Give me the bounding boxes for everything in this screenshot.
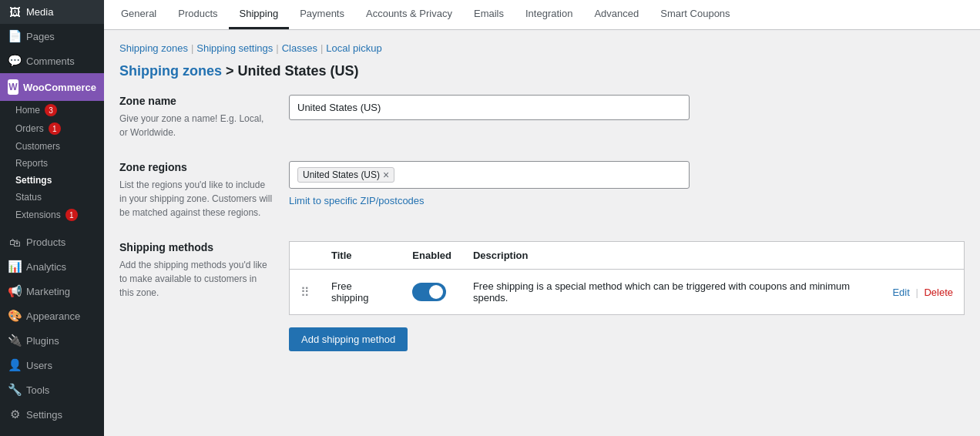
sidebar-sub-orders[interactable]: Orders 1 (0, 119, 104, 138)
subnav-classes[interactable]: Classes (282, 42, 317, 54)
col-title: Title (321, 242, 401, 270)
sidebar-item-comments[interactable]: 💬 Comments (0, 49, 104, 73)
method-toggle[interactable] (412, 283, 446, 301)
tab-integration[interactable]: Integration (515, 0, 583, 29)
products-icon: 🛍 (8, 236, 22, 249)
home-label: Home (15, 105, 40, 116)
subnav: Shipping zones | Shipping settings | Cla… (119, 42, 965, 54)
col-actions (881, 242, 964, 270)
sidebar-sub-reports[interactable]: Reports (0, 155, 104, 172)
sidebar-item-analytics[interactable]: 📊 Analytics (0, 254, 104, 279)
delete-link[interactable]: Delete (924, 287, 953, 298)
users-icon: 👤 (8, 358, 22, 372)
sidebar-item-media[interactable]: 🖼 Media (0, 0, 104, 24)
tab-payments[interactable]: Payments (289, 0, 355, 29)
sidebar-sub-customers[interactable]: Customers (0, 138, 104, 155)
tab-shipping[interactable]: Shipping (229, 0, 290, 29)
add-shipping-method-button[interactable]: Add shipping method (289, 327, 408, 351)
sidebar-item-label: Plugins (26, 335, 59, 347)
shipping-methods-heading: Shipping methods (119, 241, 274, 253)
limit-zip-link[interactable]: Limit to specific ZIP/postcodes (289, 195, 425, 206)
zone-name-input[interactable] (289, 95, 690, 120)
toggle-slider (412, 283, 446, 301)
action-sep: | (915, 287, 921, 298)
plugins-icon: 🔌 (8, 334, 22, 347)
breadcrumb: Shipping zones > United States (US) (119, 63, 965, 79)
comments-icon: 💬 (8, 54, 22, 68)
sidebar: 🖼 Media 📄 Pages 💬 Comments W WooCommerce… (0, 0, 104, 436)
tab-smart-coupons[interactable]: Smart Coupons (649, 0, 740, 29)
sidebar-item-label: Media (26, 6, 53, 18)
drag-handle-icon[interactable]: ⠿ (300, 286, 310, 299)
sidebar-item-appearance[interactable]: 🎨 Appearance (0, 304, 104, 328)
sidebar-item-label: Comments (26, 55, 75, 67)
sidebar-item-plugins[interactable]: 🔌 Plugins (0, 328, 104, 353)
shipping-methods-table: Title Enabled Description ⠿ Free shippin… (289, 241, 965, 315)
home-badge: 3 (45, 104, 57, 116)
page-content: Shipping zones | Shipping settings | Cla… (104, 30, 980, 436)
method-actions-cell: Edit | Delete (881, 270, 964, 315)
subnav-shipping-settings[interactable]: Shipping settings (196, 42, 273, 54)
status-label: Status (15, 192, 42, 203)
pages-icon: 📄 (8, 29, 22, 43)
sidebar-item-products[interactable]: 🛍 Products (0, 230, 104, 254)
sidebar-sub-home[interactable]: Home 3 (0, 101, 104, 119)
sidebar-item-settings-wp[interactable]: ⚙ Settings (0, 402, 104, 427)
tabs-bar: General Products Shipping Payments Accou… (104, 0, 980, 30)
extensions-badge: 1 (65, 209, 78, 221)
sidebar-item-pages[interactable]: 📄 Pages (0, 24, 104, 49)
sidebar-item-label: Tools (26, 384, 49, 396)
region-tag: United States (US) × (297, 167, 394, 183)
shipping-methods-desc: Add the shipping methods you'd like to m… (119, 258, 274, 300)
edit-link[interactable]: Edit (892, 287, 909, 298)
sidebar-item-label: Marketing (26, 286, 70, 297)
sidebar-item-marketing[interactable]: 📢 Marketing (0, 279, 104, 304)
sidebar-item-label: Analytics (26, 261, 66, 273)
table-row: ⠿ Free shipping Free shipping is a speci… (290, 270, 965, 315)
sidebar-item-users[interactable]: 👤 Users (0, 353, 104, 377)
zone-regions-content: United States (US) × Limit to specific Z… (289, 161, 965, 220)
zone-name-content (289, 95, 965, 139)
drag-handle-cell: ⠿ (290, 270, 321, 315)
media-icon: 🖼 (8, 5, 22, 18)
method-description-cell: Free shipping is a special method which … (462, 270, 881, 315)
customers-label: Customers (15, 141, 60, 152)
tab-advanced[interactable]: Advanced (583, 0, 649, 29)
subnav-sep-2: | (276, 42, 278, 54)
appearance-icon: 🎨 (8, 309, 22, 323)
orders-label: Orders (15, 123, 44, 134)
tab-general[interactable]: General (110, 0, 167, 29)
sidebar-item-tools[interactable]: 🔧 Tools (0, 377, 104, 402)
zone-regions-heading: Zone regions (119, 161, 274, 173)
extensions-label: Extensions (15, 210, 61, 220)
reports-label: Reports (15, 158, 48, 169)
zone-name-label: Zone name Give your zone a name! E.g. Lo… (119, 95, 274, 139)
tab-emails[interactable]: Emails (463, 0, 515, 29)
main-content: General Products Shipping Payments Accou… (104, 0, 980, 436)
tab-accounts-privacy[interactable]: Accounts & Privacy (355, 0, 463, 29)
zone-name-heading: Zone name (119, 95, 274, 107)
col-enabled: Enabled (401, 242, 462, 270)
sidebar-item-label: Products (26, 236, 65, 248)
zone-regions-input[interactable]: United States (US) × (289, 161, 690, 189)
col-drag (290, 242, 321, 270)
settings-wp-icon: ⚙ (8, 407, 22, 421)
add-method-wrap: Add shipping method (289, 327, 965, 351)
subnav-sep-3: | (321, 42, 323, 54)
sidebar-sub-status[interactable]: Status (0, 189, 104, 206)
sidebar-woocommerce[interactable]: W WooCommerce (0, 73, 104, 101)
subnav-shipping-zones[interactable]: Shipping zones (119, 42, 188, 54)
breadcrumb-link[interactable]: Shipping zones (119, 63, 222, 79)
row-actions: Edit | Delete (892, 287, 953, 298)
subnav-local-pickup[interactable]: Local pickup (326, 42, 381, 54)
zone-regions-label: Zone regions List the regions you'd like… (119, 161, 274, 220)
woo-label: WooCommerce (23, 82, 96, 93)
sidebar-sub-extensions[interactable]: Extensions 1 (0, 206, 104, 224)
zone-name-section: Zone name Give your zone a name! E.g. Lo… (119, 95, 965, 139)
region-tag-remove[interactable]: × (383, 169, 389, 180)
breadcrumb-current: United States (US) (238, 63, 359, 79)
marketing-icon: 📢 (8, 284, 22, 298)
analytics-icon: 📊 (8, 260, 22, 273)
sidebar-sub-settings[interactable]: Settings (0, 172, 104, 189)
tab-products[interactable]: Products (167, 0, 228, 29)
